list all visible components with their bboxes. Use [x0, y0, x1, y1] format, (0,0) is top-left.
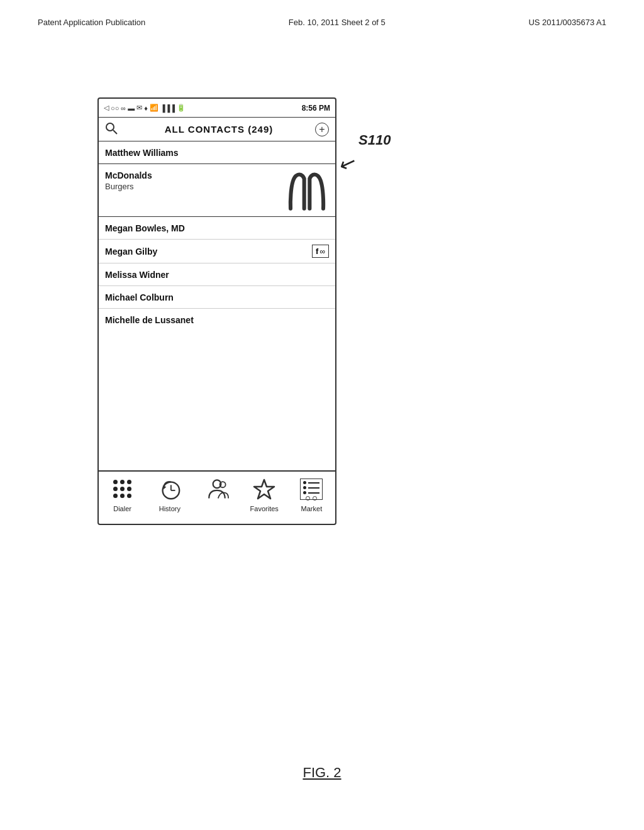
list-item[interactable]: Michelle de Lussanet — [99, 309, 335, 331]
nav-item-dialer[interactable]: Dialer — [99, 475, 146, 512]
list-item[interactable]: Michael Colburn — [99, 286, 335, 309]
svg-point-0 — [106, 123, 114, 131]
signal-icon: ▐▐▐ — [160, 104, 175, 112]
step-arrow: ↙ — [336, 149, 360, 177]
contact-name: Michael Colburn — [105, 292, 174, 302]
email-icon: ✉ — [136, 104, 142, 112]
mcdonalds-logo — [285, 170, 329, 211]
figure-label: FIG. 2 — [0, 765, 644, 781]
nav-label-history: History — [159, 505, 180, 512]
bottom-nav: Dialer History — [99, 470, 335, 524]
contact-name: Megan Gilby — [105, 246, 157, 257]
nav-item-contacts[interactable] — [193, 475, 240, 505]
svg-marker-8 — [254, 480, 274, 499]
nav-label-dialer: Dialer — [113, 505, 131, 512]
contact-name: Matthew Williams — [105, 148, 179, 158]
phone-mockup: ◁ ○○ ∞ ▬ ✉ ♦ 📶 ▐▐▐ 🔋 8:56 PM — [97, 97, 336, 525]
nav-label-market: Market — [301, 505, 323, 512]
contact-name: Melissa Widner — [105, 270, 169, 280]
patent-left: Patent Application Publication — [38, 18, 145, 27]
list-item[interactable]: Melissa Widner — [99, 263, 335, 286]
contact-name: Megan Bowles, MD — [105, 223, 185, 233]
nav-label-favorites: Favorites — [250, 505, 279, 512]
patent-right: US 2011/0035673 A1 — [528, 18, 606, 27]
contact-name: Michelle de Lussanet — [105, 315, 194, 325]
status-time: 8:56 PM — [302, 104, 330, 113]
battery-icon: 🔋 — [177, 104, 186, 112]
add-contact-button[interactable]: + — [315, 123, 329, 136]
contact-sub: Burgers — [105, 182, 152, 191]
dialer-icon — [109, 475, 136, 503]
contacts-icon — [203, 475, 231, 503]
status-bar: ◁ ○○ ∞ ▬ ✉ ♦ 📶 ▐▐▐ 🔋 8:56 PM — [99, 99, 335, 118]
nav-item-history[interactable]: History — [146, 475, 193, 512]
status-icons-left: ◁ ○○ ∞ ▬ ✉ ♦ 📶 ▐▐▐ 🔋 — [104, 104, 186, 112]
search-bar: ALL CONTACTS (249) + — [99, 118, 335, 141]
history-icon — [156, 475, 184, 503]
circles-icon: ○○ — [111, 104, 119, 112]
patent-header: Patent Application Publication Feb. 10, … — [0, 18, 644, 27]
contact-list: Matthew Williams McDonalds Burgers Megan… — [99, 141, 335, 331]
list-item[interactable]: Megan Bowles, MD — [99, 217, 335, 240]
list-item[interactable]: McDonalds Burgers — [99, 164, 335, 217]
voicemail-icon: ∞ — [121, 104, 126, 112]
step-label: S110 — [358, 132, 391, 148]
contacts-title: ALL CONTACTS (249) — [123, 124, 315, 135]
list-item[interactable]: Matthew Williams — [99, 141, 335, 164]
wifi-icon: 📶 — [150, 104, 158, 112]
note-icon: ▬ — [128, 104, 135, 112]
svg-line-1 — [113, 130, 117, 134]
contact-name: McDonalds — [105, 170, 152, 180]
market-icon — [297, 475, 325, 503]
contact-text-block: McDonalds Burgers — [105, 170, 152, 191]
mic-icon: ♦ — [144, 104, 148, 112]
list-item[interactable]: Megan Gilby f ∞ — [99, 240, 335, 263]
back-icon[interactable]: ◁ — [104, 104, 109, 112]
favorites-icon — [250, 475, 278, 503]
patent-center: Feb. 10, 2011 Sheet 2 of 5 — [289, 18, 386, 27]
facebook-badge: f ∞ — [312, 245, 329, 258]
search-icon[interactable] — [105, 122, 118, 137]
nav-item-favorites[interactable]: Favorites — [241, 475, 288, 512]
nav-item-market[interactable]: Market — [288, 475, 335, 512]
